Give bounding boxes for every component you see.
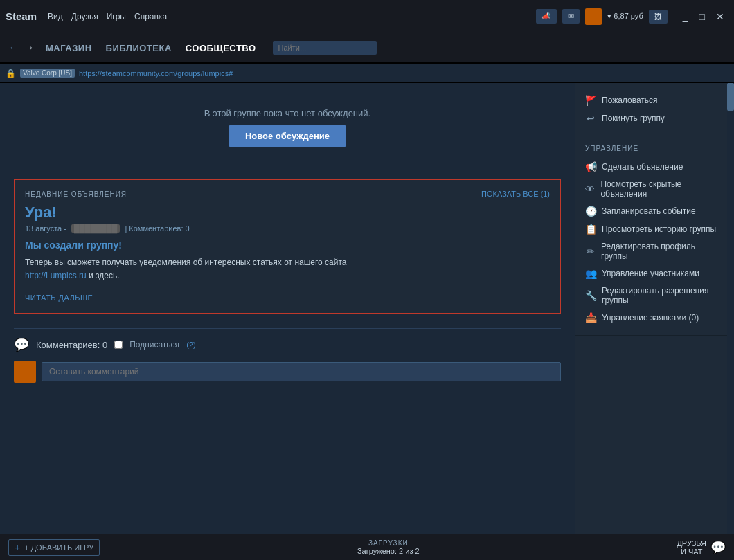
ann-date: 13 августа -	[25, 224, 66, 233]
title-bar-left: Steam Вид Друзья Игры Справка	[6, 10, 167, 22]
comment-avatar	[14, 361, 36, 383]
sidebar-permissions-btn[interactable]: 🔧 Редактировать разрешения группы	[585, 282, 717, 309]
content-area: В этой группе пока что нет обсуждений. Н…	[0, 83, 575, 534]
menu-friends[interactable]: Друзья	[71, 12, 98, 21]
sidebar-report-btn[interactable]: 🚩 Пожаловаться	[585, 91, 717, 109]
comment-input-row	[14, 361, 561, 383]
no-discussions-text: В этой группе пока что нет обсуждений.	[14, 108, 561, 118]
steam-logo: Steam	[6, 10, 37, 22]
user-balance[interactable]: ▾ 6,87 руб	[607, 12, 643, 21]
sidebar-leave-label: Покинуть группу	[602, 114, 665, 123]
friends-chat-text: ДРУЗЬЯ И ЧАТ	[677, 539, 706, 556]
ann-link[interactable]: http://Lumpics.ru	[25, 271, 87, 280]
address-url[interactable]: https://steamcommunity.com/groups/lumpic…	[79, 69, 233, 78]
nav-community[interactable]: СООБЩЕСТВО	[186, 43, 256, 53]
sidebar-report-label: Пожаловаться	[602, 96, 658, 105]
sidebar-schedule-label: Запланировать событие	[602, 206, 696, 216]
nav-search-input[interactable]	[273, 41, 377, 55]
ann-label: НЕДАВНИЕ ОБЪЯВЛЕНИЯ	[25, 190, 127, 198]
schedule-icon: 🕐	[585, 206, 596, 217]
nav-links: МАГАЗИН БИБЛИОТЕКА СООБЩЕСТВО	[46, 43, 256, 53]
title-bar-right: 📣 ✉ ▾ 6,87 руб 🖼 _ □ ✕	[536, 8, 728, 25]
nav-store[interactable]: МАГАЗИН	[46, 43, 92, 53]
leave-icon: ↩	[585, 113, 596, 124]
maximize-btn[interactable]: □	[695, 10, 709, 24]
ann-text-content: Теперь вы сможете получать уведомления о…	[25, 258, 347, 267]
management-title: УПРАВЛЕНИЕ	[585, 145, 717, 152]
nav-bar: ← → МАГАЗИН БИБЛИОТЕКА СООБЩЕСТВО	[0, 33, 734, 64]
add-game-label: + ДОБАВИТЬ ИГРУ	[24, 543, 93, 552]
ann-subtitle[interactable]: Мы создали группу!	[25, 240, 550, 251]
friends-chat-icon: 💬	[710, 540, 726, 555]
close-btn[interactable]: ✕	[712, 10, 728, 24]
window-controls: _ □ ✕	[679, 10, 728, 24]
menu-view[interactable]: Вид	[48, 12, 63, 21]
sidebar-permissions-label: Редактировать разрешения группы	[602, 286, 717, 305]
nav-library[interactable]: БИБЛИОТЕКА	[106, 43, 172, 53]
scrollbar-track[interactable]	[727, 83, 734, 534]
friends-label: ДРУЗЬЯ	[677, 539, 706, 548]
sidebar-announce-label: Сделать объявление	[602, 162, 683, 172]
sidebar-history-label: Просмотреть историю группы	[602, 224, 716, 234]
forward-btn[interactable]: →	[24, 42, 35, 54]
menu-items: Вид Друзья Игры Справка	[48, 12, 167, 21]
subscribe-checkbox[interactable]	[114, 341, 123, 349]
no-discussions-notice: В этой группе пока что нет обсуждений. Н…	[14, 94, 561, 165]
sidebar-view-hidden-btn[interactable]: 👁 Посмотреть скрытые объявления	[585, 176, 717, 202]
ann-header: НЕДАВНИЕ ОБЪЯВЛЕНИЯ ПОКАЗАТЬ ВСЕ (1)	[25, 190, 550, 198]
comments-section: 💬 Комментариев: 0 Подписаться (?)	[14, 328, 561, 391]
nav-arrows: ← →	[8, 42, 35, 54]
sidebar-actions-section: 🚩 Пожаловаться ↩ Покинуть группу	[575, 83, 727, 136]
friends-chat-btn[interactable]: ДРУЗЬЯ И ЧАТ 💬	[677, 539, 726, 556]
announcement-block: НЕДАВНИЕ ОБЪЯВЛЕНИЯ ПОКАЗАТЬ ВСЕ (1) Ура…	[14, 179, 561, 314]
comment-input[interactable]	[42, 362, 561, 381]
report-icon: 🚩	[585, 95, 596, 106]
downloads-section[interactable]: ЗАГРУЗКИ Загружено: 2 из 2	[357, 539, 420, 555]
minimize-btn[interactable]: _	[679, 10, 692, 24]
ann-author: ████████	[71, 224, 120, 233]
downloads-label: ЗАГРУЗКИ	[357, 539, 420, 547]
comments-header: 💬 Комментариев: 0 Подписаться (?)	[14, 337, 561, 352]
subscribe-label: Подписаться	[129, 340, 179, 350]
comments-count: Комментариев: 0	[36, 340, 107, 350]
sidebar-members-label: Управление участниками	[602, 269, 699, 278]
valve-badge: Valve Corp [US]	[20, 69, 75, 78]
bottom-bar: + + ДОБАВИТЬ ИГРУ ЗАГРУЗКИ Загружено: 2 …	[0, 534, 734, 560]
ann-text-suffix: и здесь.	[89, 271, 120, 280]
history-icon: 📋	[585, 224, 596, 235]
ann-title[interactable]: Ура!	[25, 204, 550, 222]
new-discussion-btn[interactable]: Новое обсуждение	[229, 125, 346, 147]
sidebar-applications-label: Управление заявками (0)	[602, 313, 699, 323]
sidebar-announce-btn[interactable]: 📢 Сделать объявление	[585, 158, 717, 176]
ann-meta: 13 августа - ████████ | Комментариев: 0	[25, 224, 550, 233]
applications-icon: 📥	[585, 312, 596, 323]
notification-btn[interactable]: 📣	[536, 9, 557, 24]
user-avatar[interactable]	[585, 8, 602, 25]
main-layout: В этой группе пока что нет обсуждений. Н…	[0, 83, 734, 534]
address-bar: 🔒 Valve Corp [US] https://steamcommunity…	[0, 64, 734, 83]
menu-games[interactable]: Игры	[107, 12, 126, 21]
lock-icon: 🔒	[6, 69, 16, 78]
ann-show-all-btn[interactable]: ПОКАЗАТЬ ВСЕ (1)	[481, 190, 550, 198]
sidebar-view-hidden-label: Посмотреть скрытые объявления	[600, 179, 717, 199]
sidebar: 🚩 Пожаловаться ↩ Покинуть группу УПРАВЛЕ…	[575, 83, 727, 534]
back-btn[interactable]: ←	[8, 42, 19, 54]
screenshot-btn[interactable]: 🖼	[649, 10, 668, 24]
sidebar-leave-btn[interactable]: ↩ Покинуть группу	[585, 109, 717, 127]
mail-btn[interactable]: ✉	[562, 9, 580, 24]
scrollbar-thumb[interactable]	[727, 83, 734, 111]
ann-read-more-btn[interactable]: ЧИТАТЬ ДАЛЬШЕ	[25, 293, 93, 302]
sidebar-schedule-btn[interactable]: 🕐 Запланировать событие	[585, 202, 717, 220]
sidebar-edit-profile-btn[interactable]: ✏ Редактировать профиль группы	[585, 238, 717, 264]
ann-text: Теперь вы сможете получать уведомления о…	[25, 256, 550, 282]
permissions-icon: 🔧	[585, 290, 596, 301]
subscribe-help-icon[interactable]: (?)	[186, 341, 195, 349]
sidebar-history-btn[interactable]: 📋 Просмотреть историю группы	[585, 220, 717, 238]
sidebar-edit-profile-label: Редактировать профиль группы	[601, 242, 717, 261]
sidebar-applications-btn[interactable]: 📥 Управление заявками (0)	[585, 309, 717, 327]
sidebar-members-btn[interactable]: 👥 Управление участниками	[585, 264, 717, 282]
add-game-btn[interactable]: + + ДОБАВИТЬ ИГРУ	[8, 539, 100, 556]
menu-help[interactable]: Справка	[134, 12, 167, 21]
comment-bubble-icon: 💬	[14, 337, 29, 352]
add-icon: +	[15, 542, 20, 553]
